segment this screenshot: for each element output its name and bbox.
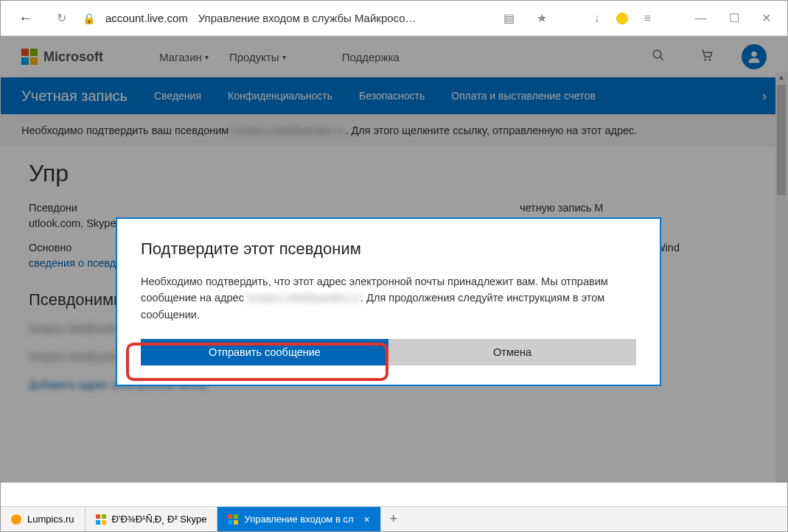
microsoft-icon bbox=[96, 514, 106, 525]
back-button[interactable]: ← bbox=[11, 10, 41, 27]
page-viewport: ▲ ▼ Microsoft Магазин▾ Продукты▾ Поддерж… bbox=[1, 36, 787, 483]
downloads-icon[interactable]: ↓ bbox=[588, 12, 606, 25]
taskbar-tab-account[interactable]: Управление входом в сл × bbox=[217, 507, 380, 531]
confirm-alias-modal: Подтвердите этот псевдоним Необходимо по… bbox=[116, 217, 661, 386]
taskbar-tab-skype[interactable]: Đ'Đ¾Đ¹Ñ‚Đ¸ Đ² Skype bbox=[86, 507, 218, 531]
taskbar: Lumpics.ru Đ'Đ¾Đ¹Ñ‚Đ¸ Đ² Skype Управлени… bbox=[1, 506, 787, 531]
masked-email: lumpics.site@yandex.ru bbox=[247, 292, 360, 304]
close-window-button[interactable]: ✕ bbox=[756, 11, 777, 25]
modal-title: Подтвердите этот псевдоним bbox=[141, 239, 636, 259]
browser-toolbar: ← ↻ 🔒 account.live.com Управление входом… bbox=[1, 1, 787, 36]
new-tab-button[interactable]: + bbox=[381, 507, 406, 531]
reload-button[interactable]: ↻ bbox=[51, 11, 72, 25]
minimize-button[interactable]: — bbox=[689, 12, 713, 25]
maximize-button[interactable]: ☐ bbox=[723, 11, 745, 25]
taskbar-tab-lumpics[interactable]: Lumpics.ru bbox=[1, 507, 86, 531]
lumpics-icon bbox=[11, 514, 21, 525]
url-text[interactable]: account.live.com bbox=[105, 12, 188, 24]
bookmark-icon[interactable]: ★ bbox=[531, 11, 553, 25]
menu-icon[interactable]: ≡ bbox=[638, 12, 657, 25]
send-message-button[interactable]: Отправить сообщение bbox=[141, 339, 388, 365]
page-title-bar: Управление входом в службы Майкросо… bbox=[198, 12, 487, 24]
modal-body: Необходимо подтвердить, что этот адрес э… bbox=[141, 273, 636, 323]
extension-icon[interactable]: ⚡ bbox=[616, 13, 628, 24]
microsoft-icon bbox=[228, 514, 238, 525]
close-tab-icon[interactable]: × bbox=[364, 514, 370, 525]
reader-icon[interactable]: ▤ bbox=[498, 11, 520, 25]
cancel-button[interactable]: Отмена bbox=[388, 339, 636, 365]
lock-icon: 🔒 bbox=[83, 13, 95, 24]
